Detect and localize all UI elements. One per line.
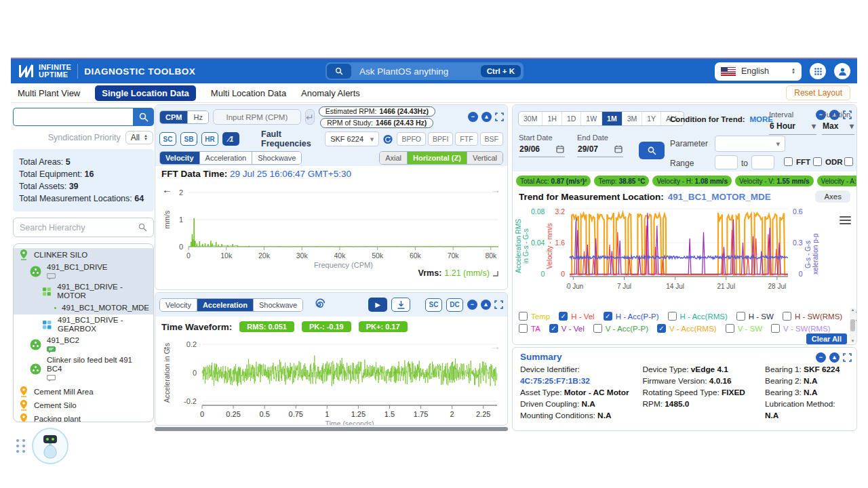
harmonic-cursor-toggle[interactable]: ∕1 — [222, 132, 239, 146]
legend-h-acc-pp[interactable]: H - Acc(P-P) — [604, 312, 659, 321]
clear-all-button[interactable]: Clear All — [806, 333, 847, 344]
tree-item-491-bc2[interactable]: 491_BC2 — [14, 335, 153, 354]
fft-axis-tabs[interactable]: Axial Horizontal (Z) Vertical — [379, 151, 503, 165]
pan-right-arrow[interactable]: → — [490, 340, 500, 352]
tab-single-location-data[interactable]: Single Location Data — [95, 85, 196, 101]
legend-h-sw[interactable]: H - SW — [736, 312, 774, 321]
pan-left-arrow[interactable]: ← — [162, 184, 172, 195]
tab-axial[interactable]: Axial — [380, 152, 408, 164]
dc-button[interactable]: DC — [446, 298, 463, 312]
range-1y[interactable]: 1Y — [642, 112, 661, 125]
bearing-select[interactable]: SKF 6224▾ — [325, 131, 379, 146]
legend-v-sw-rms[interactable]: V - SW(RMS) — [771, 324, 831, 333]
pan-left-arrow[interactable]: ← — [162, 340, 172, 352]
sb-button[interactable]: SB — [180, 132, 197, 146]
hierarchy-search-input[interactable]: Search Hierarchy — [13, 218, 154, 237]
range-from-input[interactable] — [715, 155, 738, 169]
parameter-select[interactable]: ▾ — [715, 136, 785, 152]
apps-grid-icon[interactable] — [810, 63, 826, 79]
unit-cpm-button[interactable]: CPM — [160, 111, 188, 123]
ic-checkbox[interactable]: IC — [844, 157, 857, 166]
reset-layout-button[interactable]: Reset Layout — [786, 85, 850, 100]
range-1h[interactable]: 1H — [542, 112, 561, 125]
fullscreen-icon[interactable] — [495, 113, 504, 121]
input-rpm-field[interactable] — [213, 109, 301, 125]
search-placeholder[interactable]: Ask PlantOS anything — [359, 66, 473, 77]
tab-shockwave[interactable]: Shockwave — [254, 299, 302, 311]
trend-chart[interactable]: 30 Jun7 Jul14 Jul21 Jul28 Jul — [566, 205, 791, 305]
expand-button[interactable]: ▲ — [481, 112, 492, 122]
tree-item-cement-mill-area[interactable]: Cement Mill Area — [14, 385, 153, 399]
tab-shockwave[interactable]: Shockwave — [252, 152, 301, 164]
bpfo-button[interactable]: BPFO — [397, 132, 426, 146]
fft-checkbox[interactable]: FFT — [784, 157, 810, 166]
time-waveform-chart[interactable]: 0.20-0.200.250.50.7511.251.51.7522.25Tim… — [161, 340, 502, 426]
legend-temp[interactable]: Temp — [519, 312, 550, 321]
sc-button[interactable]: SC — [159, 132, 176, 146]
sidebar-search-button[interactable] — [133, 108, 154, 126]
time-range-buttons[interactable]: 30M 1H 1D 1W 1M 3M 1Y ALL — [518, 111, 684, 126]
tab-anomaly-alerts[interactable]: Anomaly Alerts — [301, 88, 360, 98]
pan-right-arrow[interactable]: → — [490, 184, 500, 195]
legend-h-sw-rms[interactable]: H - SW(RMS) — [783, 312, 842, 321]
assistant-robot-button[interactable] — [32, 428, 68, 464]
range-1d[interactable]: 1D — [562, 112, 581, 125]
sidebar-search-input[interactable] — [13, 108, 133, 126]
apply-rpm-button[interactable]: ↵ — [305, 109, 315, 125]
tree-item-491-bc1-motor-mde[interactable]: 491_BC1_MOTOR_MDE — [14, 302, 153, 314]
fullscreen-icon[interactable] — [843, 353, 852, 362]
tab-multi-plant-view[interactable]: Multi Plant View — [18, 88, 80, 98]
legend-v-sw[interactable]: V - SW — [726, 324, 762, 333]
tab-velocity[interactable]: Velocity — [160, 152, 200, 164]
device-identifier-link[interactable]: 4C:75:25:F7:1B:32 — [520, 376, 590, 386]
tab-vertical[interactable]: Vertical — [467, 152, 502, 164]
sc-button[interactable]: SC — [425, 298, 442, 312]
tab-velocity[interactable]: Velocity — [160, 299, 197, 311]
search-icon[interactable] — [327, 64, 351, 79]
range-30m[interactable]: 30M — [519, 112, 542, 125]
trend-search-button[interactable] — [639, 142, 665, 159]
legend-v-vel[interactable]: V - Vel — [549, 324, 585, 333]
tree-item-491-bc1-drive-gearbox[interactable]: 491_BC1_DRIVE - GEARBOX — [14, 314, 153, 335]
infinite-uptime-logo[interactable]: INFINITEUPTIME — [18, 63, 71, 79]
tab-acceleration[interactable]: Acceleration — [197, 299, 254, 311]
tree-item-clinker-silo[interactable]: CLINKER SILO — [14, 248, 153, 262]
tab-acceleration[interactable]: Acceleration — [200, 152, 253, 164]
language-select[interactable]: English ▲▼ — [715, 62, 802, 81]
bsf-button[interactable]: BSF — [480, 132, 503, 146]
end-date-picker[interactable]: End Date 29/07 — [577, 134, 623, 157]
ftf-button[interactable]: FTF — [455, 132, 477, 146]
tab-horizontal-z[interactable]: Horizontal (Z) — [408, 152, 467, 164]
legend-ta[interactable]: TA — [519, 324, 540, 333]
unit-hz-button[interactable]: Hz — [188, 111, 208, 123]
range-1m[interactable]: 1M — [602, 112, 623, 125]
listen-spiral-icon[interactable] — [313, 298, 326, 311]
expand-button[interactable]: ▲ — [829, 352, 840, 363]
fullscreen-icon[interactable] — [494, 300, 503, 309]
legend-h-vel[interactable]: H - Vel — [559, 312, 595, 321]
bpfi-button[interactable]: BPFI — [428, 132, 453, 146]
function-select[interactable]: Function Max▾ — [822, 110, 854, 135]
drag-handle-icon[interactable] — [16, 439, 26, 453]
download-icon[interactable] — [391, 298, 410, 312]
legend-v-acc-pp[interactable]: V - Acc(P-P) — [593, 324, 648, 333]
horizontal-scrollbar[interactable] — [155, 427, 508, 431]
legend-h-acc-rms[interactable]: H - Acc(RMS) — [668, 312, 728, 321]
start-date-picker[interactable]: Start Date 29/06 — [519, 134, 565, 157]
hr-button[interactable]: HR — [201, 132, 218, 146]
fft-spectrum-chart[interactable]: 012010k20k30k40k50k60k70k80kFrequency (C… — [161, 188, 502, 271]
expand-button[interactable]: ▲ — [481, 300, 491, 310]
collapse-button[interactable]: − — [468, 112, 478, 122]
syndication-priority-select[interactable]: All ▲▼ — [125, 131, 153, 144]
tree-item-packing-plant[interactable]: Packing plant — [14, 412, 153, 422]
range-to-input[interactable] — [751, 155, 774, 169]
resize-corner-icon[interactable] — [492, 270, 498, 277]
chart-menu-icon[interactable] — [840, 214, 851, 226]
tab-multi-location-data[interactable]: Multi Location Data — [211, 88, 286, 98]
waveform-signal-tabs[interactable]: Velocity Acceleration Shockwave — [159, 298, 303, 312]
tree-item-cement-silo[interactable]: Cement Silo — [14, 399, 153, 412]
range-1w[interactable]: 1W — [581, 112, 602, 125]
plantos-search[interactable]: Ask PlantOS anything Ctrl + K — [326, 62, 524, 80]
axes-button[interactable]: Axes — [815, 190, 850, 203]
odr-checkbox[interactable]: ODR — [813, 157, 843, 166]
